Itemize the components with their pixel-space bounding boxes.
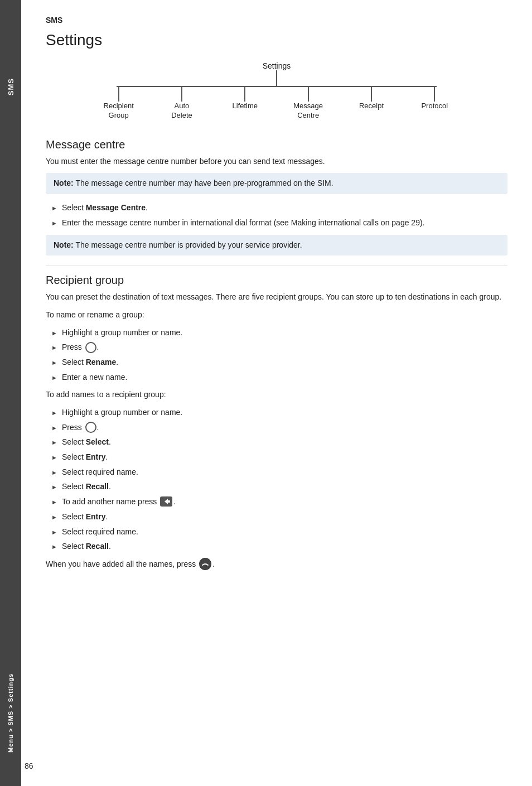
circle-icon-2 <box>85 422 96 433</box>
tree-branch-4: MessageCentre <box>277 86 340 120</box>
arrow-icon-1: ► <box>51 204 57 213</box>
add-step-2: ► Press . <box>51 422 507 434</box>
tree-leaf-4: MessageCentre <box>293 102 323 120</box>
tree-branch-1: RecipientGroup <box>87 86 150 120</box>
add-step-7-text: To add another name press . <box>62 496 507 508</box>
add-step-3-text: Select Select. <box>62 436 507 449</box>
arrow-icon-2: ► <box>51 219 57 228</box>
note1-text: The message centre number may have been … <box>75 179 333 187</box>
note1-bold: Note: <box>54 179 74 187</box>
tree-trunk <box>276 70 277 86</box>
main-content: SMS Settings Settings RecipientGroup Aut… <box>21 0 532 786</box>
add-step-6: ► Select Recall. <box>51 481 507 493</box>
rename-step-3-text: Select Rename. <box>62 356 507 369</box>
add-step-9: ► Select required name. <box>51 526 507 538</box>
add-step-1-text: Highlight a group number or name. <box>62 407 507 419</box>
add-step-7: ► To add another name press . <box>51 496 507 508</box>
tree-leaf-5: Receipt <box>359 102 384 111</box>
tree-branch-5: Receipt <box>340 86 403 111</box>
section-divider <box>46 266 507 266</box>
tree-root-label: Settings <box>263 61 291 70</box>
arrow-r1: ► <box>51 329 57 338</box>
add-step-10: ► Select Recall. <box>51 541 507 553</box>
page-header-sms: SMS <box>46 16 507 25</box>
circle-icon-1 <box>85 342 96 353</box>
rename-step-2: ► Press . <box>51 341 507 354</box>
add-step-5: ► Select required name. <box>51 466 507 479</box>
add-steps: ► Highlight a group number or name. ► Pr… <box>51 407 507 553</box>
add-step-4-text: Select Entry. <box>62 451 507 464</box>
add-heading: To add names to a recipient group: <box>46 389 507 401</box>
add-step-1: ► Highlight a group number or name. <box>51 407 507 419</box>
footer-text: When you have added all the names, press… <box>46 558 507 571</box>
recipient-group-intro: You can preset the destination of text m… <box>46 291 507 303</box>
arrow-a3: ► <box>51 438 57 447</box>
tree-leaf-2: AutoDelete <box>171 102 192 120</box>
sidebar-sms-label: SMS <box>7 73 15 101</box>
add-step-9-text: Select required name. <box>62 526 507 538</box>
rename-step-3: ► Select Rename. <box>51 356 507 369</box>
add-step-4: ► Select Entry. <box>51 451 507 464</box>
rename-step-1: ► Highlight a group number or name. <box>51 327 507 339</box>
arrow-a1: ► <box>51 408 57 418</box>
arrow-a6: ► <box>51 483 57 492</box>
add-step-6-text: Select Recall. <box>62 481 507 493</box>
rename-step-1-text: Highlight a group number or name. <box>62 327 507 339</box>
arrow-a4: ► <box>51 453 57 462</box>
message-centre-heading: Message centre <box>46 138 507 151</box>
svg-rect-1 <box>167 500 170 503</box>
mc-step1-text: Select Message Centre. <box>62 202 507 214</box>
message-centre-steps: ► Select Message Centre. ► Enter the mes… <box>51 202 507 229</box>
tree-branch-3: Lifetime <box>214 86 277 111</box>
end-button-icon <box>199 558 211 570</box>
note2-text: The message centre number is provided by… <box>75 240 302 249</box>
add-step-3: ► Select Select. <box>51 436 507 449</box>
arrow-a9: ► <box>51 528 57 537</box>
tree-branch-6: Protocol <box>403 86 466 111</box>
message-centre-note1: Note: The message centre number may have… <box>46 173 507 194</box>
rename-heading: To name or rename a group: <box>46 309 507 321</box>
rename-step-4-text: Enter a new name. <box>62 372 507 384</box>
tree-branch-2: AutoDelete <box>150 86 213 120</box>
tree-leaf-1: RecipientGroup <box>104 102 134 120</box>
mc-step2: ► Enter the message centre number in int… <box>51 217 507 229</box>
arrow-r4: ► <box>51 373 57 383</box>
sidebar-bottom-label: Menu > SMS > Settings <box>7 673 14 753</box>
arrow-r2: ► <box>51 343 57 353</box>
rename-steps: ► Highlight a group number or name. ► Pr… <box>51 327 507 384</box>
arrow-a5: ► <box>51 468 57 478</box>
arrow-r3: ► <box>51 358 57 368</box>
add-step-8-text: Select Entry. <box>62 511 507 523</box>
note2-bold: Note: <box>54 240 74 249</box>
arrow-a8: ► <box>51 513 57 522</box>
tree-leaf-3: Lifetime <box>233 102 258 111</box>
arrow-a2: ► <box>51 423 57 433</box>
tree-leaf-6: Protocol <box>421 102 448 111</box>
message-centre-intro: You must enter the message centre number… <box>46 156 507 168</box>
add-step-5-text: Select required name. <box>62 466 507 479</box>
settings-tree: Settings RecipientGroup AutoDelete Lifet… <box>46 61 507 120</box>
add-step-2-text: Press . <box>62 422 507 434</box>
rename-step-4: ► Enter a new name. <box>51 372 507 384</box>
mc-step2-text: Enter the message centre number in inter… <box>62 217 507 229</box>
page-number: 86 <box>25 761 33 770</box>
add-step-8: ► Select Entry. <box>51 511 507 523</box>
message-centre-note2: Note: The message centre number is provi… <box>46 235 507 256</box>
tree-branches-row: RecipientGroup AutoDelete Lifetime Messa… <box>87 86 466 120</box>
mc-step1: ► Select Message Centre. <box>51 202 507 214</box>
arrow-a10: ► <box>51 542 57 552</box>
add-step-10-text: Select Recall. <box>62 541 507 553</box>
tree-h-line <box>117 86 437 87</box>
rename-step-2-text: Press . <box>62 341 507 354</box>
arrow-a7: ► <box>51 498 57 507</box>
left-sidebar: SMS Menu > SMS > Settings <box>0 0 21 786</box>
recipient-group-heading: Recipient group <box>46 274 507 287</box>
page-title: Settings <box>46 31 507 49</box>
